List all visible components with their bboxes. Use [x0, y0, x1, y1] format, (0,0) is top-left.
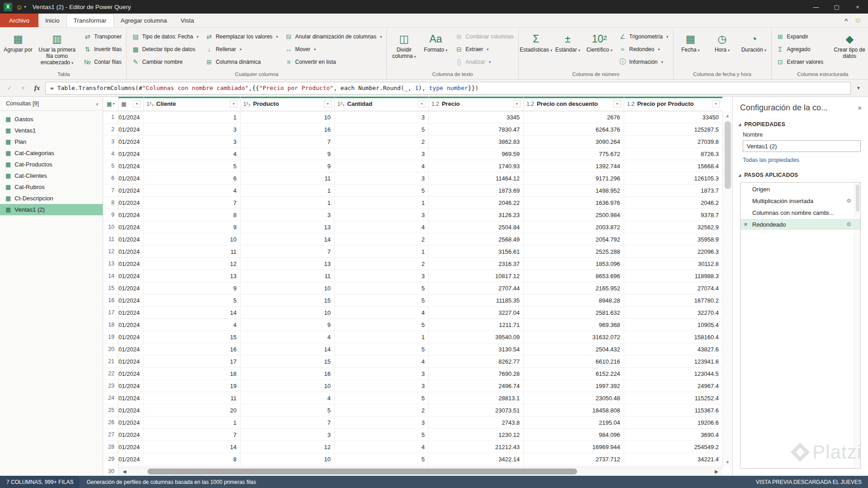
filter-icon[interactable]: ▾: [418, 100, 426, 108]
cell[interactable]: '01/2024: [119, 319, 144, 331]
cell[interactable]: 4: [335, 355, 429, 368]
feedback-smiley-icon[interactable]: ☺: [854, 16, 862, 24]
ribbon-button-detectar-tipo-de-datos[interactable]: ▩Detectar tipo de datos: [128, 43, 201, 55]
cell[interactable]: 2568.49: [429, 233, 524, 246]
collapse-pane-icon[interactable]: ‹: [96, 100, 98, 107]
cell[interactable]: 2003.872: [524, 221, 624, 233]
row-number[interactable]: 27: [103, 429, 119, 441]
ribbon-button-estadisticas[interactable]: ΣEstadísticas▾: [521, 29, 551, 71]
cell[interactable]: 16: [241, 123, 335, 136]
cell[interactable]: '01/2024: [119, 331, 144, 343]
cell[interactable]: 2737.712: [524, 453, 624, 465]
cell[interactable]: 3: [335, 380, 429, 392]
cell[interactable]: 39540.09: [429, 331, 524, 343]
cell[interactable]: '01/2024: [119, 368, 144, 380]
cell[interactable]: 9: [144, 282, 241, 294]
cell[interactable]: 2676: [524, 111, 624, 123]
cell[interactable]: 7690.28: [429, 368, 524, 380]
cell[interactable]: 1: [144, 417, 241, 429]
ribbon-button-convertir-en-lista[interactable]: ≡Convertir en lista: [282, 56, 385, 68]
cell[interactable]: 7: [241, 136, 335, 148]
cell[interactable]: '01/2024: [119, 343, 144, 355]
cell[interactable]: 1: [241, 185, 335, 197]
cell[interactable]: 2: [335, 233, 429, 246]
ribbon-button-extraer[interactable]: ⊟Extraer▾: [452, 43, 517, 55]
row-number[interactable]: 28: [103, 441, 119, 453]
quick-access-caret-icon[interactable]: ▾: [24, 5, 26, 9]
ribbon-button-estandar[interactable]: ±Estándar▾: [552, 29, 583, 71]
cell[interactable]: 1498.952: [524, 185, 624, 197]
cell[interactable]: '01/2024: [119, 246, 144, 258]
cell[interactable]: 4: [335, 221, 429, 233]
cell[interactable]: 1853.096: [524, 258, 624, 270]
row-number[interactable]: 17: [103, 307, 119, 319]
close-button[interactable]: ×: [847, 0, 868, 14]
cell[interactable]: 3422.14: [429, 453, 524, 465]
cell[interactable]: 5: [335, 319, 429, 331]
tab-transformar[interactable]: Transformar: [66, 14, 114, 28]
cell[interactable]: 8948.28: [524, 294, 624, 307]
row-number[interactable]: 16: [103, 294, 119, 307]
cell[interactable]: 27074.4: [624, 282, 722, 294]
cell[interactable]: '01/2024: [119, 355, 144, 368]
cell[interactable]: '01/2024: [119, 392, 144, 404]
cell[interactable]: 17: [144, 355, 241, 368]
cell[interactable]: '01/2024: [119, 380, 144, 392]
filter-icon[interactable]: ▾: [230, 100, 237, 108]
step-origen[interactable]: Origen: [740, 184, 860, 194]
cell[interactable]: 2504.432: [524, 343, 624, 355]
ribbon-button-dividir-columna[interactable]: ◫Dividir columna▾: [389, 29, 419, 71]
row-number[interactable]: 12: [103, 246, 119, 258]
cell[interactable]: 2525.288: [524, 246, 624, 258]
cell[interactable]: 23050.48: [524, 392, 624, 404]
column-header-fecha[interactable]: ▦▾: [119, 97, 144, 111]
ribbon-button-contar-filas[interactable]: №Contar filas: [81, 56, 124, 68]
cell[interactable]: 3: [335, 209, 429, 221]
column-header-precio-con-descuento[interactable]: 1.2Precio con descuento▾: [524, 97, 624, 111]
cell[interactable]: 2707.44: [429, 282, 524, 294]
cell[interactable]: '01/2024: [119, 111, 144, 123]
cell[interactable]: '01/2024: [119, 209, 144, 221]
cell[interactable]: '01/2024: [119, 136, 144, 148]
ribbon-button-combinar-columnas[interactable]: ⊞Combinar columnas: [452, 30, 517, 43]
cell[interactable]: 2: [335, 404, 429, 417]
cell[interactable]: 3: [144, 123, 241, 136]
cell[interactable]: 3: [144, 136, 241, 148]
cell[interactable]: 15: [241, 294, 335, 307]
ribbon-button-agregado[interactable]: ΣAgregado: [773, 43, 826, 55]
tab-archivo[interactable]: Archivo: [0, 14, 38, 27]
delete-step-icon[interactable]: ✕: [744, 222, 748, 227]
cell[interactable]: 10: [241, 453, 335, 465]
cell[interactable]: 4: [335, 160, 429, 172]
row-number[interactable]: 29: [103, 453, 119, 465]
cell[interactable]: 14: [241, 233, 335, 246]
cell[interactable]: 9: [241, 319, 335, 331]
row-number[interactable]: 9: [103, 209, 119, 221]
row-number[interactable]: 7: [103, 185, 119, 197]
column-header-producto[interactable]: 1²₃Producto▾: [241, 97, 335, 111]
cell[interactable]: 4: [241, 392, 335, 404]
sidebar-item-cat-categorias[interactable]: ▦Cat-Categorias: [0, 147, 103, 159]
cell[interactable]: 30112.8: [624, 258, 722, 270]
cell[interactable]: 3690.4: [624, 429, 722, 441]
close-panel-icon[interactable]: ×: [858, 104, 862, 112]
cell[interactable]: 1: [335, 246, 429, 258]
cell[interactable]: 115252.4: [624, 392, 722, 404]
profiling-info[interactable]: Generación de perfiles de columnas basad…: [80, 479, 262, 485]
cell[interactable]: 1: [144, 111, 241, 123]
cell[interactable]: 3227.04: [429, 307, 524, 319]
cell[interactable]: 6264.376: [524, 123, 624, 136]
row-number[interactable]: 30: [103, 465, 119, 476]
maximize-button[interactable]: ▢: [826, 0, 847, 14]
column-header-precio-por-producto[interactable]: 1.2Precio por Producto▾: [624, 97, 722, 111]
cell[interactable]: 22096.3: [624, 246, 722, 258]
cell[interactable]: 10: [241, 380, 335, 392]
cell[interactable]: 9: [241, 148, 335, 160]
filter-icon[interactable]: ▾: [613, 100, 621, 108]
cell[interactable]: 6152.224: [524, 368, 624, 380]
row-number[interactable]: 14: [103, 270, 119, 282]
cell[interactable]: 8726.3: [624, 148, 722, 160]
cell[interactable]: 19: [144, 380, 241, 392]
row-number[interactable]: 10: [103, 221, 119, 233]
ribbon-button-rellenar[interactable]: ↓Rellenar▾: [202, 43, 281, 55]
